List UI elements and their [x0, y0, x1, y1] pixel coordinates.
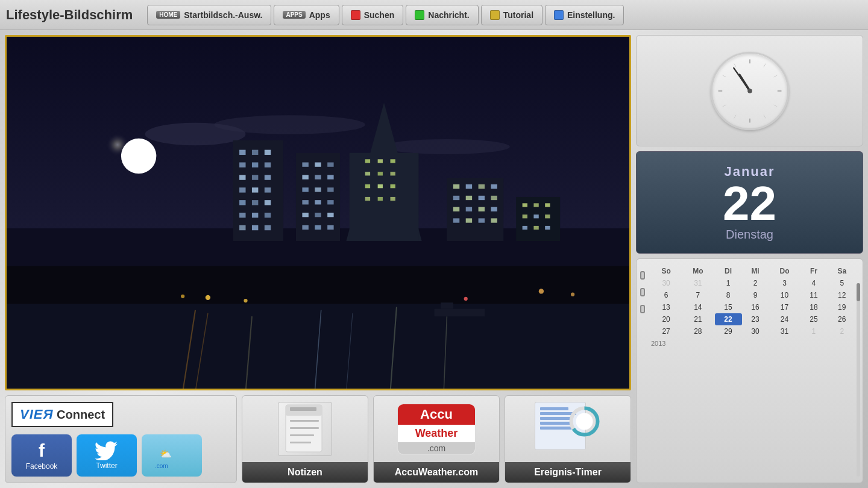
cal-day[interactable]: 10 — [769, 289, 800, 301]
cal-day[interactable]: 1 — [715, 277, 742, 289]
cal-day[interactable]: 25 — [800, 313, 827, 325]
accu-weather-tile[interactable]: Accu Weather .com AccuWeather.com — [373, 395, 500, 483]
svg-rect-10 — [378, 159, 383, 163]
svg-line-128 — [722, 75, 726, 77]
svg-point-98 — [206, 295, 210, 300]
cal-day[interactable]: 11 — [800, 289, 827, 301]
weather-cloud-icon: ⛅ .com — [154, 440, 190, 471]
cal-day[interactable]: 31 — [769, 325, 800, 337]
date-widget: Januar 22 Dienstag — [636, 151, 863, 254]
cal-day[interactable]: 8 — [715, 289, 742, 301]
svg-rect-113 — [290, 442, 311, 443]
svg-rect-82 — [545, 203, 550, 207]
svg-rect-45 — [315, 163, 321, 167]
page-title: Lifestyle-Bildschirm — [6, 7, 133, 23]
circular-timer — [568, 405, 601, 438]
svg-line-131 — [734, 67, 750, 90]
cal-day[interactable]: 18 — [800, 301, 827, 313]
nav-home-button[interactable]: HOME Startbildsch.-Ausw. — [147, 5, 271, 25]
calendar-scroll-thumb — [857, 283, 860, 301]
facebook-icon[interactable]: f Facebook — [11, 434, 72, 477]
cal-day[interactable]: 24 — [769, 313, 800, 325]
svg-rect-52 — [327, 187, 333, 192]
nav-message-button[interactable]: Nachricht. — [406, 5, 478, 25]
cal-day[interactable]: 2 — [742, 277, 769, 289]
cal-day[interactable]: 3 — [769, 277, 800, 289]
cal-day[interactable]: 12 — [827, 289, 857, 301]
tutorial-color-dot — [490, 10, 500, 20]
notizen-tile[interactable]: Notizen — [242, 395, 368, 483]
calendar-scroll[interactable] — [857, 283, 860, 477]
svg-line-124 — [773, 104, 777, 106]
svg-rect-50 — [302, 187, 308, 192]
calendar-rings — [640, 271, 645, 313]
cal-day[interactable]: 1 — [800, 325, 827, 337]
svg-rect-17 — [390, 184, 395, 188]
calendar-inner: So Mo Di Mi Do Fr Sa 3031123456789101112… — [651, 265, 857, 347]
cal-day[interactable]: 30 — [742, 325, 769, 337]
svg-rect-32 — [252, 187, 258, 192]
social-icons: f Facebook Twitter ⛅ .com — [11, 434, 202, 477]
calendar-ring-2 — [640, 288, 645, 296]
svg-rect-37 — [239, 213, 245, 217]
cal-day[interactable]: 4 — [800, 277, 827, 289]
cal-day[interactable]: 19 — [827, 301, 857, 313]
cal-day[interactable]: 20 — [651, 313, 681, 325]
cal-header-so: So — [651, 265, 681, 277]
nav-search-button[interactable]: Suchen — [342, 5, 404, 25]
home-badge: HOME — [156, 11, 180, 19]
cal-day[interactable]: 28 — [681, 325, 714, 337]
cal-day[interactable]: 21 — [681, 313, 714, 325]
cal-day[interactable]: 23 — [742, 313, 769, 325]
svg-rect-86 — [523, 226, 527, 230]
svg-rect-77 — [479, 218, 485, 222]
cal-day[interactable]: 29 — [715, 325, 742, 337]
twitter-label: Twitter — [96, 461, 117, 470]
svg-rect-20 — [390, 197, 395, 201]
settings-label: Einstellung. — [567, 10, 615, 20]
ereignis-timer-tile[interactable]: Ereignis-Timer — [505, 395, 631, 483]
svg-text:.com: .com — [155, 463, 168, 469]
timer-icon-container — [535, 402, 601, 456]
cal-day[interactable]: 5 — [827, 277, 857, 289]
svg-rect-47 — [302, 175, 308, 179]
cal-day[interactable]: 15 — [715, 301, 742, 313]
weather-mini-icon[interactable]: ⛅ .com — [142, 434, 202, 477]
cal-day[interactable]: 9 — [742, 289, 769, 301]
clock-widget — [636, 35, 863, 146]
notes-svg — [281, 402, 329, 456]
cal-day[interactable]: 17 — [769, 301, 800, 313]
cal-day[interactable]: 31 — [681, 277, 714, 289]
svg-rect-69 — [479, 196, 485, 200]
cal-day[interactable]: 2 — [827, 325, 857, 337]
svg-rect-11 — [390, 159, 395, 163]
cal-day[interactable]: 13 — [651, 301, 681, 313]
svg-rect-72 — [466, 207, 472, 211]
video-container[interactable] — [5, 35, 631, 390]
svg-rect-22 — [239, 150, 245, 155]
nav-settings-button[interactable]: Einstellung. — [545, 5, 624, 25]
cal-day[interactable]: 27 — [651, 325, 681, 337]
twitter-icon[interactable]: Twitter — [77, 434, 137, 477]
viera-connect-tile[interactable]: VIEЯ Connect f Facebook Twitter — [5, 395, 237, 483]
nav-tutorial-button[interactable]: Tutorial — [481, 5, 542, 25]
svg-rect-54 — [315, 200, 321, 204]
svg-rect-12 — [365, 172, 370, 175]
cal-day[interactable]: 22 — [715, 313, 742, 325]
cal-day[interactable]: 16 — [742, 301, 769, 313]
svg-point-117 — [576, 413, 593, 430]
svg-rect-84 — [533, 214, 538, 218]
cal-day[interactable]: 6 — [651, 289, 681, 301]
cal-day[interactable]: 26 — [827, 313, 857, 325]
accu-label: AccuWeather.com — [374, 462, 499, 483]
home-label: Startbildsch.-Ausw. — [184, 10, 262, 20]
nav-apps-button[interactable]: APPS Apps — [274, 5, 339, 25]
svg-rect-66 — [491, 184, 497, 189]
accu-top: Accu — [398, 404, 475, 425]
notizen-label: Notizen — [242, 462, 368, 483]
cal-day[interactable]: 30 — [651, 277, 681, 289]
cal-day[interactable]: 7 — [681, 289, 714, 301]
svg-point-5 — [384, 139, 510, 154]
cal-day[interactable]: 14 — [681, 301, 714, 313]
svg-line-126 — [734, 114, 735, 118]
